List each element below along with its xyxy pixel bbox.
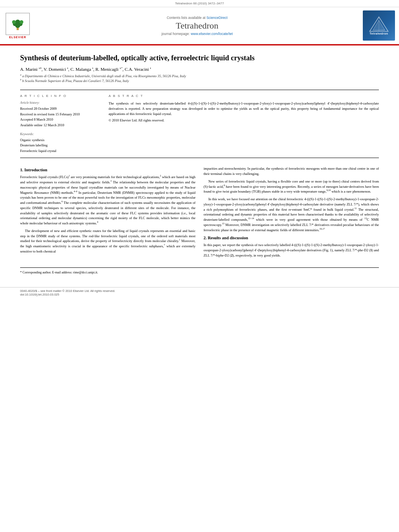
right-para-2: New series of ferroelectric liquid cryst… [204,179,379,194]
homepage-link[interactable]: www.elsevier.com/locate/tet [191,32,232,36]
corresponding-note: * Corresponding author. E-mail address: … [20,270,379,275]
keyword-3: Ferroelectric liquid crystal [20,148,101,154]
results-heading: 2. Results and discussion [204,236,379,240]
svg-point-4 [15,19,20,24]
journal-title: Tetrahedron [39,21,355,31]
intro-body: Ferroelectric liquid crystals (FLCs)1 ar… [20,175,195,254]
elsevier-logo: ELSEVIER [4,11,31,40]
article-dates: Received 28 October 2009 Received in rev… [20,106,101,128]
keyword-2: Deuterium labelling [20,143,101,148]
intro-heading: 1. Introduction [20,168,195,172]
journal-header: Tetrahedron 66 (2010) 3472–3477 ELSEVIER [0,0,399,45]
received-date: Received 28 October 2009 [20,106,101,112]
results-body: In this paper, we report the synthesis o… [204,242,379,258]
sciencedirect-label: Contents lists available at [167,16,205,20]
abstract-paragraph: The synthesis of two selectively deuteri… [109,101,379,116]
footer-line-1: 0040-4020/$ – see front matter © 2010 El… [20,289,379,293]
svg-point-5 [12,20,16,24]
paper-content: Synthesis of deuterium-labelled, optical… [0,45,399,283]
article-info: A R T I C L E I N F O Article history: R… [20,94,101,154]
results-para-1: In this paper, we report the synthesis o… [204,242,379,258]
affiliations: a a Dipartimento di Chimica e Chimica In… [20,74,379,84]
svg-point-6 [20,20,23,24]
issue-reference: Tetrahedron 66 (2010) 3472–3477 [175,2,224,5]
right-para-3: In this work, we have focused our attent… [204,197,379,232]
abstract-text: The synthesis of two selectively deuteri… [109,101,379,123]
journal-center: Contents lists available at ScienceDirec… [31,16,363,36]
abstract-heading: A B S T R A C T [109,94,379,98]
authors: A. Marini a,b, V. Domenici a, C. Malanga… [20,67,379,72]
article-meta-section: A R T I C L E I N F O Article history: R… [20,90,379,158]
history-label: Article history: [20,101,101,105]
accepted-date: Accepted 8 March 2010 [20,117,101,123]
footer-line-2: doi:10.1016/j.tet.2010.03.025 [20,293,379,296]
tetrahedron-logo: Tetrahedron [363,10,395,41]
right-body-top: impurities and stereochemistry. In parti… [204,166,379,232]
keywords-list: Organic synthesis Deuterium labelling Fe… [20,138,101,154]
homepage-label: journal homepage: [161,32,189,36]
body-columns: 1. Introduction Ferroelectric liquid cry… [20,166,379,261]
paper-title: Synthesis of deuterium-labelled, optical… [20,53,379,63]
left-column: 1. Introduction Ferroelectric liquid cry… [20,166,195,261]
abstract-section: A B S T R A C T The synthesis of two sel… [109,94,379,154]
intro-para-1: Ferroelectric liquid crystals (FLCs)1 ar… [20,175,195,226]
page-footer: 0040-4020/$ – see front matter © 2010 El… [0,287,399,298]
revised-date: Received in revised form 15 February 201… [20,112,101,117]
intro-para-2: The development of new and efficient syn… [20,228,195,254]
footnote-area: * Corresponding author. E-mail address: … [20,267,379,275]
keywords-label: Keywords: [20,132,101,136]
article-info-heading: A R T I C L E I N F O [20,94,101,98]
right-column: impurities and stereochemistry. In parti… [204,166,379,261]
right-para-1: impurities and stereochemistry. In parti… [204,166,379,177]
online-date: Available online 12 March 2010 [20,123,101,128]
keyword-1: Organic synthesis [20,138,101,143]
copyright: © 2010 Elsevier Ltd. All rights reserved… [109,118,379,123]
sciencedirect-link[interactable]: ScienceDirect [206,16,227,20]
